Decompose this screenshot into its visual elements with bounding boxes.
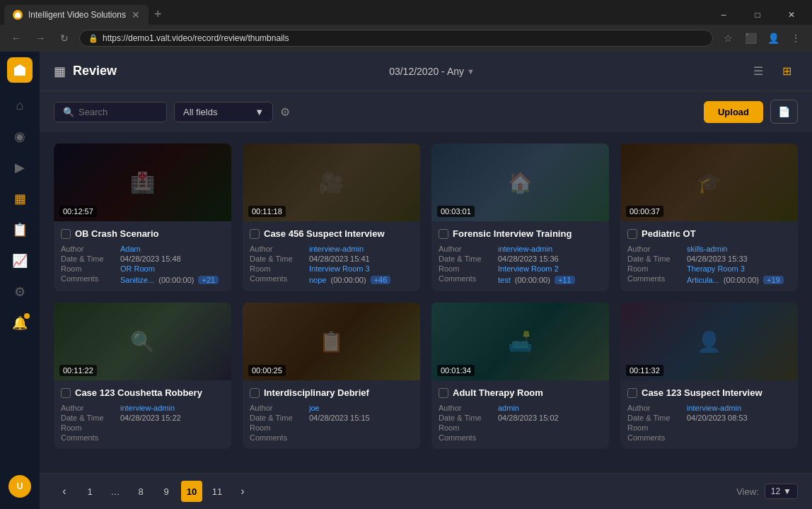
card-meta: Author interview-admin Date & Time 04/20… <box>627 404 791 442</box>
room-value <box>498 423 602 432</box>
card-meta: Author Adam Date & Time 04/28/2023 15:48… <box>61 245 224 284</box>
view-caret-icon: ▼ <box>783 486 791 496</box>
profile-icon[interactable]: 👤 <box>764 29 782 47</box>
card-title: Interdisciplinary Debrief <box>264 387 369 398</box>
card-thumbnail: 🏠 00:03:01 <box>431 144 609 221</box>
author-value: interview-admin <box>309 245 413 253</box>
card-checkbox[interactable] <box>61 388 71 398</box>
card-item-6[interactable]: 📋 00:00:25 Interdisciplinary Debrief Aut… <box>243 303 420 449</box>
refresh-btn[interactable]: ↻ <box>55 29 74 47</box>
card-item-1[interactable]: 🏥 00:12:57 OB Crash Scenario Author Adam… <box>54 144 231 291</box>
fields-dropdown[interactable]: All fields ▼ <box>174 102 273 122</box>
author-value: interview-admin <box>120 404 224 412</box>
sidebar-item-home[interactable]: ⌂ <box>6 91 34 119</box>
page-btn-8[interactable]: 8 <box>130 481 151 502</box>
sidebar-item-settings[interactable]: ⚙ <box>6 278 34 306</box>
comment-time: (00:00:00) <box>724 276 759 284</box>
upload-btn[interactable]: Upload <box>704 101 763 123</box>
header-date[interactable]: 03/12/2020 - Any ▼ <box>389 66 475 77</box>
pagination: ‹ 1 … 8 9 10 11 › View: 12 ▼ <box>40 473 812 509</box>
author-value: joe <box>309 404 413 412</box>
comments-row <box>498 435 602 442</box>
date-label: Date & Time <box>250 414 306 422</box>
bookmark-icon[interactable]: ☆ <box>719 29 737 47</box>
search-input[interactable] <box>79 107 149 117</box>
browser-nav: ← → ↻ 🔒 https://demo1.valt.video/record/… <box>0 25 812 52</box>
prev-page-btn[interactable]: ‹ <box>54 481 75 502</box>
card-item-8[interactable]: 👤 00:11:32 Case 123 Suspect Interview Au… <box>620 303 798 449</box>
sidebar-item-reports[interactable]: 📋 <box>6 216 34 244</box>
card-item-7[interactable]: 🛋️ 00:01:34 Adult Therapy Room Author ad… <box>431 303 609 449</box>
card-meta: Author skills-admin Date & Time 04/28/20… <box>627 245 791 284</box>
new-tab-btn[interactable]: + <box>149 4 168 25</box>
comments-row <box>309 435 413 442</box>
page-btn-1[interactable]: 1 <box>79 481 100 502</box>
sidebar-item-record[interactable]: ▶ <box>6 153 34 182</box>
card-checkbox[interactable] <box>250 229 260 239</box>
sidebar-item-dashboard[interactable]: ◉ <box>6 122 34 151</box>
comment-badge: +19 <box>763 276 784 284</box>
card-item-2[interactable]: 🎥 00:11:18 Case 456 Suspect Interview Au… <box>243 144 420 291</box>
card-title-row: Case 123 Coushetta Robbery <box>61 387 224 398</box>
card-item-3[interactable]: 🏠 00:03:01 Forensic Interview Training A… <box>431 144 609 291</box>
win-minimize-btn[interactable]: – <box>707 5 740 25</box>
forward-btn[interactable]: → <box>31 29 50 47</box>
grid-view-btn[interactable]: ⊞ <box>775 60 798 83</box>
menu-dots-icon[interactable]: ⋮ <box>787 29 805 47</box>
card-title: Case 123 Coushetta Robbery <box>75 387 202 398</box>
analytics-icon: 📈 <box>12 253 28 269</box>
room-label: Room <box>250 423 306 432</box>
card-title-row: Adult Therapy Room <box>439 387 602 398</box>
address-bar[interactable]: 🔒 https://demo1.valt.video/record/review… <box>79 30 713 47</box>
card-checkbox[interactable] <box>439 229 448 239</box>
page-btn-9[interactable]: 9 <box>156 481 177 502</box>
card-checkbox[interactable] <box>439 388 448 398</box>
comment-badge: +21 <box>198 276 219 284</box>
filter-btn[interactable]: ⚙ <box>280 105 290 119</box>
settings-icon: ⚙ <box>14 284 25 300</box>
date-label: Date & Time <box>439 414 495 422</box>
tab-close-btn[interactable]: ✕ <box>132 9 140 21</box>
room-value: Interview Room 2 <box>498 264 602 273</box>
sidebar-avatar[interactable]: U <box>8 475 31 498</box>
comment-time: (00:00:00) <box>515 276 550 284</box>
card-checkbox[interactable] <box>627 388 637 398</box>
card-title: Case 123 Suspect Interview <box>642 387 762 398</box>
card-title: OB Crash Scenario <box>75 228 159 239</box>
extension-icon[interactable]: ⬛ <box>741 29 760 47</box>
card-thumbnail: 📋 00:00:25 <box>243 303 420 380</box>
comments-row: Articula... (00:00:00) +19 <box>687 276 791 284</box>
lock-icon: 🔒 <box>88 34 98 43</box>
room-value <box>687 423 791 432</box>
win-close-btn[interactable]: ✕ <box>775 5 808 25</box>
page-title: Review <box>73 64 117 78</box>
page-btn-11[interactable]: 11 <box>207 481 228 502</box>
card-item-4[interactable]: 🎓 00:00:37 Pediatric OT Author skills-ad… <box>620 144 798 291</box>
card-checkbox[interactable] <box>627 229 637 239</box>
sidebar-item-review[interactable]: ▦ <box>6 185 34 213</box>
back-btn[interactable]: ← <box>7 29 25 47</box>
card-item-5[interactable]: 🔍 00:11:22 Case 123 Coushetta Robbery Au… <box>54 303 231 449</box>
card-thumbnail: 🛋️ 00:01:34 <box>431 303 609 380</box>
sidebar-item-notifications[interactable]: 🔔 <box>6 309 34 337</box>
reports-icon: 📋 <box>12 222 28 238</box>
card-thumbnail: 👤 00:11:32 <box>620 303 798 380</box>
card-checkbox[interactable] <box>250 388 260 398</box>
card-duration: 00:00:25 <box>248 365 286 376</box>
page-btn-10[interactable]: 10 <box>181 481 202 502</box>
search-wrap: 🔍 <box>54 102 167 122</box>
list-view-btn[interactable]: ☰ <box>747 60 770 83</box>
view-count-dropdown[interactable]: 12 ▼ <box>765 484 798 499</box>
card-checkbox[interactable] <box>61 229 71 239</box>
comment-value: test <box>498 276 511 284</box>
card-body: Pediatric OT Author skills-admin Date & … <box>620 221 798 291</box>
doc-btn[interactable]: 📄 <box>770 100 798 124</box>
card-duration: 00:11:18 <box>248 206 286 217</box>
sidebar-item-analytics[interactable]: 📈 <box>6 247 34 275</box>
card-duration: 00:03:01 <box>437 206 475 217</box>
next-page-btn[interactable]: › <box>232 481 253 502</box>
comments-row <box>120 435 224 442</box>
win-maximize-btn[interactable]: □ <box>741 5 774 25</box>
card-thumbnail: 🔍 00:11:22 <box>54 303 231 380</box>
browser-tab[interactable]: Intelligent Video Solutions ✕ <box>4 5 149 25</box>
